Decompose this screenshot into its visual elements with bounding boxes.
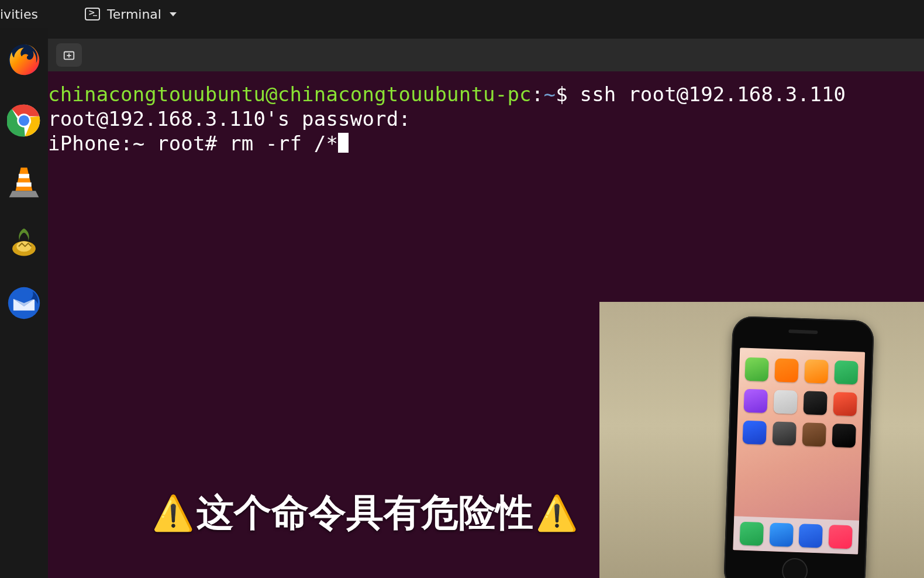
chevron-down-icon <box>170 12 177 16</box>
phone-photo-inset <box>599 302 924 578</box>
new-tab-icon <box>63 49 75 61</box>
terminal-prompt-2: iPhone:~ root# <box>48 132 229 155</box>
prompt-symbol: $ <box>556 82 568 106</box>
prompt-sep: : <box>532 82 544 106</box>
new-tab-button[interactable] <box>56 43 82 67</box>
phone-screen <box>733 348 865 554</box>
phone-app-icon <box>774 358 798 382</box>
svg-point-3 <box>19 115 29 126</box>
vlc-icon <box>7 164 41 198</box>
svg-rect-5 <box>16 183 31 187</box>
prompt-path: ~ <box>543 82 556 106</box>
dock-item-firefox[interactable] <box>5 41 43 78</box>
phone-dock-icon <box>739 522 763 546</box>
dock-item-handbrake[interactable] <box>5 223 43 261</box>
phone-app-icon <box>802 422 826 446</box>
phone-app-icon <box>744 389 768 413</box>
terminal-cursor <box>338 133 349 153</box>
phone-app-icon <box>834 360 858 384</box>
activities-button[interactable]: ivities <box>0 7 50 22</box>
phone-app-icon <box>833 392 857 416</box>
svg-rect-4 <box>19 174 29 178</box>
firefox-icon <box>6 42 42 77</box>
terminal-body[interactable]: chinacongtouubuntu@chinacongtouubuntu-pc… <box>48 71 924 156</box>
thunderbird-icon <box>7 286 41 320</box>
phone-app-icon <box>773 421 797 445</box>
dock-item-thunderbird[interactable] <box>5 284 43 322</box>
phone-app-grid <box>743 357 859 448</box>
prompt-userhost: chinacongtouubuntu@chinacongtouubuntu-pc <box>48 82 532 106</box>
handbrake-icon <box>7 225 41 259</box>
terminal-output-1: root@192.168.3.110's password: <box>48 107 411 130</box>
topbar-app-label: Terminal <box>107 7 161 22</box>
gnome-topbar: ivities Terminal <box>0 0 924 28</box>
phone-app-icon <box>804 359 828 383</box>
chrome-icon <box>7 104 41 137</box>
phone-app-icon <box>832 424 856 448</box>
dock-item-chrome[interactable] <box>5 102 43 139</box>
phone-app-icon <box>803 391 827 415</box>
phone-app-icon <box>743 421 767 445</box>
phone-home-button <box>781 558 808 578</box>
phone-speaker <box>788 329 818 334</box>
phone-dock-icon <box>769 522 793 546</box>
phone-dock <box>733 516 859 554</box>
topbar-app-menu[interactable]: Terminal <box>85 7 177 22</box>
warning-text: 这个命令具有危险性 <box>196 487 533 538</box>
phone-app-icon <box>773 390 797 414</box>
dock-item-vlc[interactable] <box>5 163 43 200</box>
warning-icon: ⚠️ <box>152 493 194 533</box>
phone-app-icon <box>744 357 768 381</box>
terminal-icon <box>85 8 100 20</box>
terminal-command-2: rm -rf /* <box>229 132 338 155</box>
dock <box>0 28 48 578</box>
warning-caption: ⚠️这个命令具有危险性⚠️ <box>152 487 578 538</box>
phone-dock-icon <box>829 525 853 549</box>
iphone-device <box>723 316 874 578</box>
phone-dock-icon <box>799 524 823 548</box>
terminal-tabbar <box>48 39 924 71</box>
warning-icon: ⚠️ <box>536 493 578 533</box>
terminal-command-1: ssh root@192.168.3.110 <box>580 82 846 106</box>
